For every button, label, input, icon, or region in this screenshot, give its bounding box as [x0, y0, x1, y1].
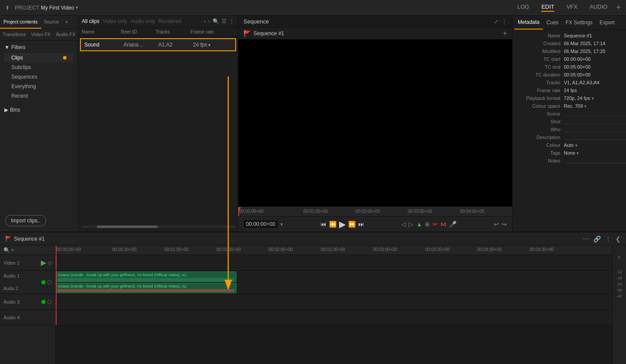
video1-active-icon[interactable]: ▶	[41, 258, 46, 267]
preview-panel: Sequence ⤢ ⋮ 🚩 Sequence #1 + 00:00:00+00…	[238, 16, 513, 232]
meta-value-who[interactable]	[564, 127, 626, 132]
topbar-add-btn[interactable]: +	[616, 3, 621, 12]
meta-value-scene[interactable]	[564, 111, 626, 116]
meta-value-colour-space[interactable]: Rec. 709 ▾	[564, 103, 586, 109]
panel-tab-add[interactable]: +	[63, 16, 71, 29]
timeline-ruler-row: 00:00:00+00 00:00:30+00 00:01:00+00 00:0…	[56, 245, 612, 255]
tab-metadata[interactable]: Metadata	[514, 16, 543, 30]
sequence-subheader: 🚩 Sequence #1 +	[238, 28, 512, 40]
sequence-add-btn[interactable]: +	[503, 30, 507, 37]
tl-ruler-2: 00:01:00+00	[164, 245, 216, 255]
tab-transitions[interactable]: Transitions	[0, 29, 28, 40]
meta-value-notes[interactable]	[564, 158, 626, 163]
track-label-audio1: Audio 1 Audio 2	[0, 271, 55, 294]
audio3-empty-dot[interactable]	[47, 300, 52, 304]
sidebar-item-subclips[interactable]: Subclips	[4, 63, 73, 72]
sidebar-item-recent[interactable]: Recent	[4, 91, 73, 101]
clips-scrollbar[interactable]	[82, 225, 234, 228]
sidebar-items-list: Clips Subclips Sequences Everything Rece…	[4, 53, 73, 101]
meta-label-colour: Colour	[516, 142, 564, 148]
audio3-green-dot[interactable]	[41, 300, 46, 304]
sidebar-item-sequences[interactable]: Sequences	[4, 72, 73, 82]
clips-tab-audio[interactable]: Audio only	[131, 18, 155, 24]
step-forward-btn[interactable]: ⏩	[348, 221, 356, 228]
nav-audio[interactable]: AUDIO	[589, 3, 607, 12]
tab-fx-settings[interactable]: FX Settings	[562, 16, 596, 29]
video1-audio-icon[interactable]: ◇	[48, 260, 52, 266]
play-btn[interactable]: ▶	[339, 219, 346, 229]
meta-value-shot[interactable]	[564, 119, 626, 124]
clips-nav-next[interactable]: ›	[208, 18, 210, 24]
cut-icon[interactable]: ✂	[433, 221, 438, 228]
timeline-vu-panel: 6 -12 -18 -24 -30 -42 LR	[612, 245, 626, 364]
tab-video-fx[interactable]: Video FX	[28, 29, 53, 40]
zoom-icon-plus[interactable]: +	[11, 247, 14, 253]
filters-header[interactable]: ▼ Filters	[4, 44, 73, 50]
sidebar-item-clips[interactable]: Clips	[4, 53, 73, 63]
audio1-empty-dot[interactable]	[47, 280, 52, 285]
clips-tab-video[interactable]: Video only	[103, 18, 127, 24]
skip-to-end-btn[interactable]: ⏭	[358, 221, 364, 228]
tab-export[interactable]: Export	[596, 16, 618, 29]
join-icon[interactable]: ⋈	[440, 221, 446, 228]
preview-expand-icon[interactable]: ⤢	[494, 19, 498, 25]
timeline-link-icon[interactable]: 🔗	[593, 235, 601, 242]
vu-level-30: -30	[616, 288, 622, 292]
timecode-display[interactable]: 00:00:00+00	[243, 220, 278, 228]
ruler-mark-4: 00:04:00+00	[460, 207, 512, 216]
left-panel: Project contents Source + Transitions Vi…	[0, 16, 78, 232]
zoom-in-icon[interactable]: 🔍	[3, 247, 10, 253]
meta-label-tc-start: TC start	[516, 56, 564, 62]
audio1-green-dot[interactable]	[41, 280, 46, 285]
ruler-mark-3: 00:03:00+00	[408, 207, 460, 216]
meta-label-name: Name	[516, 33, 564, 38]
meta-value-created: 06 Mar 2025, 17:14	[564, 41, 605, 46]
tab-source[interactable]: Source	[41, 16, 62, 29]
overwrite-icon[interactable]: ⊕	[425, 221, 430, 228]
clips-search-icon[interactable]: 🔍	[213, 18, 219, 24]
meta-value-tracks: V1, A1,A2,A3,A4	[564, 80, 599, 85]
import-clips-button[interactable]: Import clips..	[5, 215, 46, 226]
meta-label-created: Created	[516, 41, 564, 46]
in-point-icon[interactable]: ◁	[401, 221, 406, 228]
preview-more-icon[interactable]: ⋮	[502, 19, 507, 25]
timecode-dropdown-arrow[interactable]: ▾	[280, 222, 283, 227]
tab-audio-fx[interactable]: Audio FX	[53, 29, 78, 40]
skip-to-start-btn[interactable]: ⏮	[320, 221, 326, 228]
timeline-zoom-ruler: 🔍 +	[0, 245, 55, 255]
meta-row-scene: Scene	[513, 110, 626, 118]
bins-header[interactable]: ▶ Bins	[4, 107, 73, 113]
clips-tab-all[interactable]: All clips	[82, 18, 100, 24]
mic-icon[interactable]: 🎤	[449, 221, 456, 228]
lift-icon[interactable]: ▲	[416, 221, 422, 228]
meta-value-colour[interactable]: Auto ▾	[564, 142, 577, 148]
meta-value-description[interactable]	[564, 135, 626, 140]
undo-icon[interactable]: ↩	[494, 221, 499, 228]
meta-value-tags[interactable]: None ▾	[564, 150, 579, 156]
out-point-icon[interactable]: ▷	[409, 221, 413, 228]
nav-log[interactable]: LOG	[517, 3, 529, 12]
clip-row-sound[interactable]: Sound Ariana .. A1,A2 24 fps ▾	[80, 38, 236, 51]
nav-vfx[interactable]: VFX	[566, 3, 577, 12]
meta-value-playback-format[interactable]: 720p, 24 fps ▾	[564, 96, 594, 101]
clips-more-icon[interactable]: ⋮	[229, 18, 234, 24]
video1-playhead	[56, 255, 57, 270]
preview-controls-bar: 00:00:00+00 ▾ ⏮ ⏪ ▶ ⏩ ⏭ ◁ ▷ ▲ ⊕ ✂ ⋈ 🎤 ↩ …	[238, 216, 512, 232]
timeline-collapse-icon[interactable]: ❮	[616, 235, 621, 242]
step-back-btn[interactable]: ⏪	[329, 221, 336, 228]
title-dropdown-arrow[interactable]: ▾	[76, 5, 78, 10]
tab-cues[interactable]: Cues	[543, 16, 562, 29]
project-title[interactable]: My First Video	[41, 5, 74, 11]
tab-project-contents[interactable]: Project contents	[0, 16, 41, 29]
redo-icon[interactable]: ↪	[502, 221, 507, 228]
timeline-more-icon[interactable]: ⋮	[605, 235, 611, 242]
audio-clip-a1[interactable]: Ariana Grande - break up with your girlf…	[56, 271, 236, 282]
metadata-panel: Metadata Cues FX Settings Export + Name …	[513, 16, 626, 232]
nav-edit[interactable]: EDIT	[541, 3, 554, 12]
clips-list-icon[interactable]: ☰	[222, 18, 226, 24]
clips-tab-rendered[interactable]: Rendered	[159, 18, 182, 24]
clips-nav-prev[interactable]: ‹	[204, 18, 206, 24]
timeline-match-icon[interactable]: ⋯	[583, 235, 589, 242]
audio-clip-a2[interactable]: Ariana Grande - break up with your girlf…	[56, 283, 236, 293]
sidebar-item-everything[interactable]: Everything	[4, 82, 73, 91]
